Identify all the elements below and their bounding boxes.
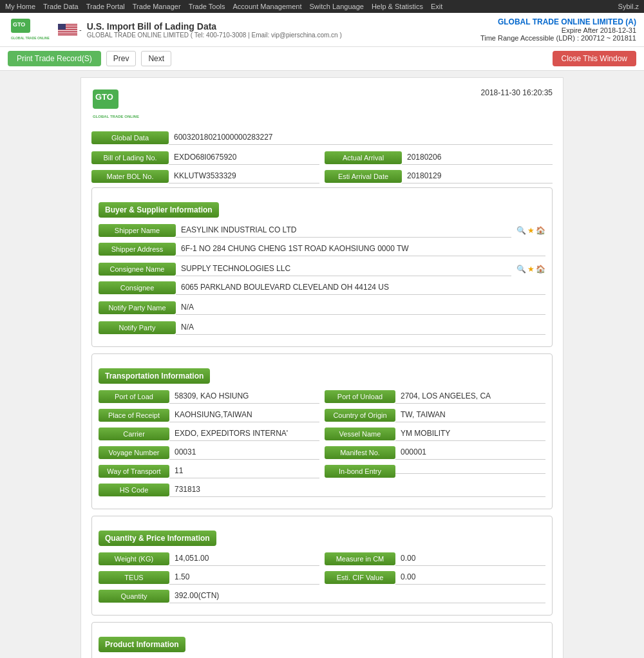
notify-party-name-label: Notify Party Name bbox=[99, 301, 176, 314]
weight-value: 14,051.00 bbox=[169, 551, 319, 566]
teus-col: TEUS 1.50 bbox=[99, 570, 319, 585]
receipt-origin-row: Place of Receipt KAOHSIUNG,TAIWAN Countr… bbox=[99, 408, 545, 422]
nav-trade-manager[interactable]: Trade Manager bbox=[133, 3, 181, 10]
consignee-name-row: Consignee Name SUPPLY TECHNOLOGIES LLC 🔍… bbox=[99, 261, 545, 276]
svg-text:GLOBAL TRADE ONLINE: GLOBAL TRADE ONLINE bbox=[11, 36, 50, 40]
port-unload-label: Port of Unload bbox=[325, 390, 395, 403]
flag-separator: - bbox=[79, 26, 82, 33]
teus-cif-row: TEUS 1.50 Esti. CIF Value 0.00 bbox=[99, 570, 545, 585]
nav-my-home[interactable]: My Home bbox=[5, 3, 35, 10]
transport-bond-row: Way of Transport 11 In-bond Entry bbox=[99, 464, 545, 478]
shipper-name-label: Shipper Name bbox=[99, 224, 176, 237]
header-subtitle: GLOBAL TRADE ONLINE LIMITED ( Tel: 400-7… bbox=[87, 32, 342, 39]
carrier-vessel-row: Carrier EXDO, EXPEDITORS INTERNA' Vessel… bbox=[99, 426, 545, 441]
shipper-home-icon[interactable]: 🏠 bbox=[536, 226, 545, 235]
main-content: GTO GLOBAL TRADE ONLINE 2018-11-30 16:20… bbox=[0, 71, 644, 658]
next-button-top[interactable]: Next bbox=[141, 51, 171, 66]
country-origin-value: TW, TAIWAN bbox=[395, 408, 545, 422]
hs-code-value: 731813 bbox=[169, 482, 545, 497]
port-load-label: Port of Load bbox=[99, 390, 169, 403]
way-transport-col: Way of Transport 11 bbox=[99, 464, 319, 478]
nav-trade-portal[interactable]: Trade Portal bbox=[86, 3, 125, 10]
country-origin-col: Country of Origin TW, TAIWAN bbox=[325, 408, 545, 422]
carrier-label: Carrier bbox=[99, 428, 169, 440]
consignee-search-icon[interactable]: 🔍 bbox=[516, 265, 526, 274]
hs-code-label: HS Code bbox=[99, 484, 169, 496]
country-origin-label: Country of Origin bbox=[325, 409, 395, 422]
weight-label: Weight (KG) bbox=[99, 552, 169, 565]
svg-text:GLOBAL TRADE ONLINE: GLOBAL TRADE ONLINE bbox=[93, 115, 139, 118]
svg-rect-17 bbox=[58, 24, 66, 30]
svg-rect-16 bbox=[58, 35, 77, 35]
manifest-label: Manifest No. bbox=[325, 446, 395, 459]
port-load-value: 58309, KAO HSIUNG bbox=[169, 389, 319, 404]
close-button-top[interactable]: Close This Window bbox=[553, 51, 636, 66]
us-flag-icon bbox=[58, 24, 77, 35]
bol-label: Bill of Lading No. bbox=[91, 151, 169, 164]
svg-rect-11 bbox=[58, 30, 77, 31]
notify-party-row: Notify Party N/A bbox=[99, 320, 545, 335]
shipper-star-icon[interactable]: ★ bbox=[527, 226, 535, 235]
nav-exit[interactable]: Exit bbox=[431, 3, 442, 10]
place-receipt-col: Place of Receipt KAOHSIUNG,TAIWAN bbox=[99, 408, 319, 422]
header-title-block: U.S. Import Bill of Lading Data GLOBAL T… bbox=[87, 21, 342, 39]
measure-col: Measure in CM 0.00 bbox=[325, 551, 545, 566]
svg-text:GTO: GTO bbox=[13, 21, 25, 28]
prev-button-top[interactable]: Prev bbox=[106, 51, 137, 66]
product-header: Product Information bbox=[99, 637, 185, 652]
doc-logo: GTO GLOBAL TRADE ONLINE bbox=[91, 88, 156, 122]
nav-trade-data[interactable]: Trade Data bbox=[43, 3, 79, 10]
way-transport-value: 11 bbox=[169, 464, 319, 478]
weight-measure-row: Weight (KG) 14,051.00 Measure in CM 0.00 bbox=[99, 551, 545, 566]
nav-items: My Home Trade Data Trade Portal Trade Ma… bbox=[5, 3, 442, 10]
master-bol-label: Mater BOL No. bbox=[91, 170, 169, 183]
teus-label: TEUS bbox=[99, 571, 169, 584]
esti-arrival-col: Esti Arrival Date 20180129 bbox=[325, 169, 553, 183]
buyer-supplier-section: Buyer & Supplier Information Shipper Nam… bbox=[91, 187, 553, 347]
top-toolbar: Print Trade Record(S) Prev Next Close Th… bbox=[0, 47, 644, 71]
global-data-label: Global Data bbox=[91, 131, 169, 144]
voyage-col: Voyage Number 00031 bbox=[99, 445, 319, 460]
user-info: Sybil.z bbox=[618, 3, 639, 10]
port-load-col: Port of Load 58309, KAO HSIUNG bbox=[99, 389, 319, 404]
consignee-name-label: Consignee Name bbox=[99, 263, 176, 276]
teus-value: 1.50 bbox=[169, 570, 319, 585]
port-unload-col: Port of Unload 2704, LOS ANGELES, CA bbox=[325, 389, 545, 404]
nav-switch-language[interactable]: Switch Language bbox=[310, 3, 364, 10]
svg-rect-14 bbox=[58, 33, 77, 33]
top-navigation: My Home Trade Data Trade Portal Trade Ma… bbox=[0, 0, 644, 13]
notify-party-value: N/A bbox=[176, 320, 545, 335]
svg-text:GTO: GTO bbox=[95, 92, 113, 102]
measure-value: 0.00 bbox=[395, 551, 545, 566]
notify-party-name-row: Notify Party Name N/A bbox=[99, 300, 545, 315]
in-bond-col: In-bond Entry bbox=[325, 464, 545, 478]
print-button-top[interactable]: Print Trade Record(S) bbox=[8, 51, 101, 66]
consignee-home-icon[interactable]: 🏠 bbox=[536, 265, 545, 274]
svg-rect-12 bbox=[58, 31, 77, 32]
manifest-value: 000001 bbox=[395, 445, 545, 460]
carrier-value: EXDO, EXPEDITORS INTERNA' bbox=[169, 426, 319, 441]
consignee-star-icon[interactable]: ★ bbox=[527, 265, 535, 274]
nav-trade-tools[interactable]: Trade Tools bbox=[189, 3, 225, 10]
nav-help-statistics[interactable]: Help & Statistics bbox=[372, 3, 423, 10]
consignee-icons: 🔍 ★ 🏠 bbox=[514, 265, 545, 274]
nav-account-management[interactable]: Account Management bbox=[233, 3, 302, 10]
quantity-row: Quantity 392.00(CTN) bbox=[99, 588, 545, 603]
actual-arrival-col: Actual Arrival 20180206 bbox=[325, 150, 553, 165]
bol-col: Bill of Lading No. EXDO68I0675920 bbox=[91, 150, 319, 165]
shipper-address-row: Shipper Address 6F-1 NO 284 CHUNG CHENG … bbox=[99, 241, 545, 256]
measure-label: Measure in CM bbox=[325, 552, 395, 565]
notify-party-label: Notify Party bbox=[99, 321, 176, 334]
quantity-value: 392.00(CTN) bbox=[169, 588, 545, 603]
master-bol-col: Mater BOL No. KKLUTW3533329 bbox=[91, 169, 319, 183]
consignee-label: Consignee bbox=[99, 281, 176, 294]
shipper-search-icon[interactable]: 🔍 bbox=[516, 226, 526, 235]
in-bond-value bbox=[395, 468, 545, 474]
actual-arrival-value: 20180206 bbox=[402, 150, 553, 165]
voyage-manifest-row: Voyage Number 00031 Manifest No. 000001 bbox=[99, 445, 545, 460]
document-body: GTO GLOBAL TRADE ONLINE 2018-11-30 16:20… bbox=[80, 77, 564, 658]
transportation-header: Transportation Information bbox=[99, 368, 210, 384]
doc-logo-svg: GTO GLOBAL TRADE ONLINE bbox=[91, 88, 149, 120]
master-bol-row: Mater BOL No. KKLUTW3533329 Esti Arrival… bbox=[91, 169, 553, 183]
global-data-row: Global Data 60032018021000000283227 bbox=[91, 130, 553, 145]
